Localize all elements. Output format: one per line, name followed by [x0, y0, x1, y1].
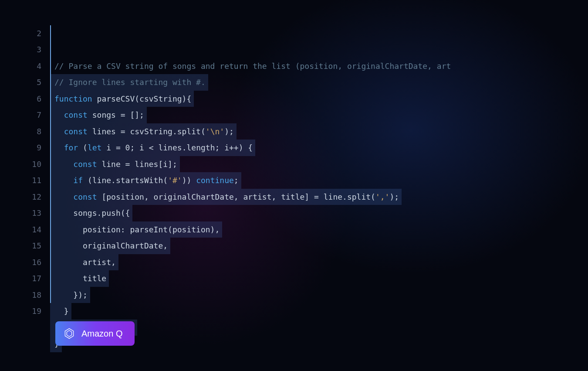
line-number: 9	[0, 140, 41, 156]
code-token: line = lines[i];	[97, 156, 177, 173]
line-number: 11	[0, 172, 41, 189]
code-token: artist,	[54, 254, 116, 271]
code-token	[54, 189, 73, 205]
code-token: if	[73, 172, 83, 189]
code-token: position: parseInt(position),	[54, 221, 220, 238]
line-number: 17	[0, 270, 41, 287]
code-token: for	[64, 140, 78, 156]
suggestion-highlight: const lines = csvString.split('\n');	[50, 123, 237, 140]
suggestion-highlight: songs.push({	[50, 205, 132, 221]
amazon-q-label: Amazon Q	[81, 329, 122, 339]
code-line[interactable]: const songs = [];	[50, 107, 588, 123]
code-token: // Parse a CSV string of songs and retur…	[54, 58, 451, 75]
code-token: // Ignore lines starting with #.	[54, 74, 206, 91]
code-token	[54, 123, 64, 140]
code-token: (line.startsWith(	[83, 172, 168, 189]
code-token: ))	[182, 172, 196, 189]
code-token: songs.push({	[54, 205, 130, 221]
line-number: 19	[0, 303, 41, 320]
code-line[interactable]: }	[50, 303, 588, 320]
code-line[interactable]: originalChartDate,	[50, 238, 588, 254]
line-number: 3	[0, 41, 41, 58]
code-token: originalChartDate,	[54, 238, 168, 254]
suggestion-highlight: const line = lines[i];	[50, 156, 180, 173]
line-number: 6	[0, 91, 41, 107]
code-editor[interactable]: 2345678910111213141516171819 // Parse a …	[0, 0, 588, 371]
amazon-q-icon	[63, 327, 75, 340]
code-content[interactable]: // Parse a CSV string of songs and retur…	[50, 9, 588, 368]
code-token	[54, 107, 64, 123]
code-token: parseCSV(csvString){	[92, 91, 192, 107]
line-number: 10	[0, 156, 41, 173]
code-line[interactable]: artist,	[50, 254, 588, 271]
line-number: 15	[0, 238, 41, 254]
code-token	[54, 172, 73, 189]
code-token: '\n'	[206, 123, 224, 140]
line-number: 13	[0, 205, 41, 221]
svg-marker-1	[67, 330, 71, 337]
code-token: [position, originalChartDate, artist, ti…	[97, 189, 375, 205]
code-token: ;	[234, 172, 239, 189]
line-number: 18	[0, 287, 41, 303]
line-number: 12	[0, 189, 41, 205]
suggestion-highlight: title	[50, 270, 109, 287]
code-line[interactable]: title	[50, 270, 588, 287]
code-token: const	[64, 123, 88, 140]
code-token: });	[54, 287, 88, 303]
line-number-gutter: 2345678910111213141516171819	[0, 9, 50, 368]
suggestion-highlight: for (let i = 0; i < lines.length; i++) {	[50, 140, 255, 156]
suggestion-highlight: }	[50, 303, 71, 320]
code-line[interactable]: for (let i = 0; i < lines.length; i++) {	[50, 140, 588, 156]
code-line[interactable]: if (line.startsWith('#')) continue;	[50, 172, 588, 189]
code-token: songs = [];	[88, 107, 144, 123]
code-line[interactable]: const line = lines[i];	[50, 156, 588, 173]
suggestion-highlight: originalChartDate,	[50, 238, 170, 254]
line-number: 2	[0, 25, 41, 42]
code-token: const	[64, 107, 88, 123]
suggestion-highlight: if (line.startsWith('#')) continue;	[50, 172, 241, 189]
code-token: );	[224, 123, 234, 140]
suggestion-accept-bar	[50, 25, 51, 303]
line-number: 8	[0, 123, 41, 140]
suggestion-highlight: function parseCSV(csvString){	[50, 91, 194, 107]
code-line[interactable]: // Ignore lines starting with #.	[50, 74, 588, 91]
code-line[interactable]	[50, 352, 588, 369]
amazon-q-badge[interactable]: Amazon Q	[55, 321, 135, 346]
line-number: 4	[0, 58, 41, 75]
line-number	[0, 9, 41, 25]
code-token: title	[54, 270, 106, 287]
suggestion-highlight: const [position, originalChartDate, arti…	[50, 189, 402, 205]
code-token: continue	[196, 172, 234, 189]
code-line[interactable]: songs.push({	[50, 205, 588, 221]
code-token: '#'	[168, 172, 182, 189]
code-token: );	[389, 189, 399, 205]
code-token: i = 0; i < lines.length; i++) {	[101, 140, 253, 156]
suggestion-highlight: // Ignore lines starting with #.	[50, 74, 208, 91]
code-token	[54, 156, 73, 173]
code-line[interactable]: });	[50, 287, 588, 303]
code-token: function	[54, 91, 92, 107]
line-number: 5	[0, 74, 41, 91]
code-line[interactable]: position: parseInt(position),	[50, 221, 588, 238]
code-token: (	[78, 140, 88, 156]
code-token: }	[54, 303, 69, 320]
suggestion-highlight: });	[50, 287, 90, 303]
line-number: 16	[0, 254, 41, 271]
code-token: let	[88, 140, 102, 156]
suggestion-highlight: position: parseInt(position),	[50, 221, 222, 238]
code-token: const	[73, 156, 97, 173]
suggestion-highlight: const songs = [];	[50, 107, 147, 123]
svg-marker-0	[65, 329, 73, 339]
line-number: 7	[0, 107, 41, 123]
code-line[interactable]: function parseCSV(csvString){	[50, 91, 588, 107]
code-token	[54, 140, 64, 156]
code-token: const	[73, 189, 97, 205]
code-token: ','	[375, 189, 390, 205]
code-line[interactable]: // Parse a CSV string of songs and retur…	[50, 58, 588, 75]
line-number: 14	[0, 221, 41, 238]
code-line[interactable]: const [position, originalChartDate, arti…	[50, 189, 588, 205]
code-token: lines = csvString.split(	[88, 123, 206, 140]
code-line[interactable]: const lines = csvString.split('\n');	[50, 123, 588, 140]
suggestion-highlight: artist,	[50, 254, 118, 271]
